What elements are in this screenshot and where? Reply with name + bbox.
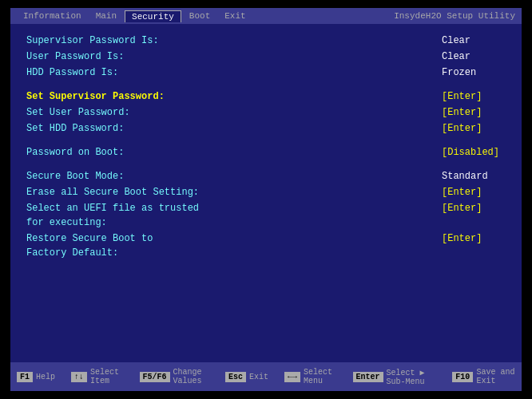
menu-bar: Information Main Security Boot Exit Insy… bbox=[10, 8, 522, 24]
tab-security[interactable]: Security bbox=[125, 10, 181, 22]
erase-secure-boot-label: Erase all Secure Boot Setting: bbox=[26, 185, 426, 200]
user-password-label: User Password Is: bbox=[26, 49, 426, 64]
enter-label: Select ▶ Sub-Menu bbox=[387, 368, 437, 386]
help-status: F1 Help bbox=[17, 372, 55, 382]
set-user-password-value: [Enter] bbox=[426, 105, 506, 120]
status-bar: F1 Help ↑↓ Select Item F5/F6 Change Valu… bbox=[10, 362, 522, 391]
f10-key: F10 bbox=[452, 372, 473, 382]
content-area: Supervisor Password Is: Clear User Passw… bbox=[10, 24, 522, 362]
restore-secure-boot-value: [Enter] bbox=[426, 231, 506, 246]
password-on-boot-label: Password on Boot: bbox=[26, 145, 426, 160]
select-item-status: ↑↓ Select Item bbox=[71, 368, 124, 385]
enter-key: Enter bbox=[353, 372, 383, 382]
select-uefi-label: Select an UEFI file as trustedfor execut… bbox=[26, 201, 202, 230]
set-hdd-password-row[interactable]: Set HDD Password: [Enter] bbox=[26, 121, 506, 136]
bios-title: InsydeH2O Setup Utility bbox=[394, 11, 515, 21]
restore-secure-boot-label: Restore Secure Boot toFactory Default: bbox=[26, 231, 202, 260]
secure-boot-mode-label: Secure Boot Mode: bbox=[26, 169, 426, 184]
exit-status: Esc Exit bbox=[225, 372, 268, 382]
main-panel: Supervisor Password Is: Clear User Passw… bbox=[10, 24, 522, 362]
set-user-password-row[interactable]: Set User Password: [Enter] bbox=[26, 105, 506, 120]
password-on-boot-value: [Disabled] bbox=[426, 145, 506, 160]
password-on-boot-row[interactable]: Password on Boot: [Disabled] bbox=[26, 145, 506, 160]
bios-screen: Information Main Security Boot Exit Insy… bbox=[10, 8, 522, 391]
set-hdd-password-label: Set HDD Password: bbox=[26, 121, 426, 136]
tab-main[interactable]: Main bbox=[89, 10, 123, 22]
hdd-password-value: Frozen bbox=[426, 65, 506, 80]
hdd-password-row: HDD Password Is: Frozen bbox=[26, 65, 506, 80]
restore-secure-boot-row[interactable]: Restore Secure Boot toFactory Default: [… bbox=[26, 231, 506, 260]
user-password-value: Clear bbox=[426, 49, 506, 64]
change-values-label: Change Values bbox=[173, 368, 209, 385]
help-label: Help bbox=[36, 373, 55, 381]
select-menu-label: Select Menu bbox=[304, 368, 337, 385]
select-uefi-value: [Enter] bbox=[426, 201, 506, 215]
set-user-password-label: Set User Password: bbox=[26, 105, 426, 120]
tab-exit[interactable]: Exit bbox=[218, 10, 252, 22]
select-menu-status: ←→ Select Menu bbox=[284, 368, 337, 385]
set-supervisor-password-row[interactable]: Set Supervisor Password: [Enter] bbox=[26, 89, 506, 104]
menu-tabs: Information Main Security Boot Exit bbox=[17, 10, 252, 22]
f5f6-key: F5/F6 bbox=[140, 372, 170, 382]
select-uefi-row[interactable]: Select an UEFI file as trustedfor execut… bbox=[26, 201, 506, 230]
exit-label: Exit bbox=[249, 373, 268, 381]
secure-boot-mode-value: Standard bbox=[426, 169, 506, 184]
updown-key: ↑↓ bbox=[71, 372, 87, 382]
enter-status: Enter Select ▶ Sub-Menu bbox=[353, 368, 437, 386]
tab-information[interactable]: Information bbox=[17, 10, 88, 22]
save-exit-label: Save and Exit bbox=[476, 368, 515, 385]
save-exit-status: F10 Save and Exit bbox=[452, 368, 515, 385]
set-hdd-password-value: [Enter] bbox=[426, 121, 506, 136]
secure-boot-mode-row[interactable]: Secure Boot Mode: Standard bbox=[26, 169, 506, 184]
supervisor-password-label: Supervisor Password Is: bbox=[26, 34, 426, 48]
supervisor-password-row: Supervisor Password Is: Clear bbox=[26, 34, 506, 48]
user-password-row: User Password Is: Clear bbox=[26, 49, 506, 64]
supervisor-password-value: Clear bbox=[426, 34, 506, 48]
tab-boot[interactable]: Boot bbox=[183, 10, 216, 22]
erase-secure-boot-value: [Enter] bbox=[426, 185, 506, 200]
leftright-key: ←→ bbox=[284, 372, 300, 382]
set-supervisor-password-value: [Enter] bbox=[426, 89, 506, 104]
hdd-password-label: HDD Password Is: bbox=[26, 65, 426, 80]
esc-key: Esc bbox=[225, 372, 246, 382]
select-item-label: Select Item bbox=[90, 368, 124, 385]
f1-key: F1 bbox=[17, 372, 33, 382]
erase-secure-boot-row[interactable]: Erase all Secure Boot Setting: [Enter] bbox=[26, 185, 506, 200]
set-supervisor-password-label: Set Supervisor Password: bbox=[26, 89, 426, 104]
change-values-status: F5/F6 Change Values bbox=[140, 368, 209, 385]
